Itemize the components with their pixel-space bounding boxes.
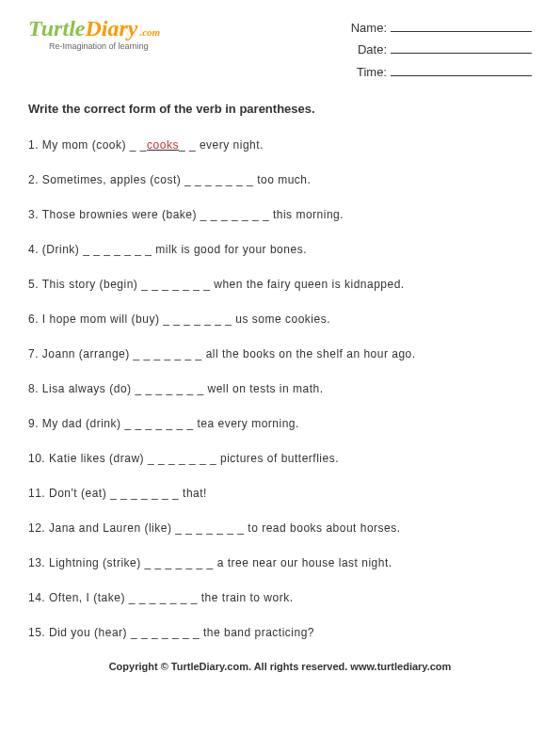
question-item: 5. This story (begin) _ _ _ _ _ _ _ when… [28,278,532,291]
answer-blank[interactable]: _ _ _ _ _ _ _ [175,521,244,535]
question-text-after: to read books about horses. [245,521,401,535]
info-fields: Name: Date: Time: [351,17,532,83]
question-item: 1. My mom (cook) _ _cooks_ _ every night… [28,138,532,152]
question-text-before: Don't (eat) [49,487,110,500]
question-text-after: the train to work. [198,591,294,604]
question-text-before: Lightning (strike) [49,556,145,569]
logo-dotcom: .com [139,26,160,38]
answer-blank[interactable]: _ _ _ _ _ _ _ [141,278,210,291]
question-number: 14. [28,591,49,604]
answer-blank[interactable]: _ _ _ _ _ _ _ [131,626,200,639]
question-number: 4. [28,243,42,256]
answer-blank[interactable]: _ _ _ _ _ _ _ [135,382,203,395]
question-number: 1. [28,138,42,152]
logo-diary: Diary [85,16,137,40]
time-label: Time: [357,65,387,79]
question-number: 10. [28,452,49,465]
answer-blank[interactable]: _ _ _ _ _ _ _ [145,556,214,569]
question-item: 6. I hope mom will (buy) _ _ _ _ _ _ _ u… [28,312,532,326]
time-blank[interactable] [391,75,532,76]
question-text-before: Joann (arrange) [42,347,134,360]
date-field: Date: [351,39,532,60]
question-number: 9. [28,417,42,430]
question-text-before: Sometimes, apples (cost) [42,173,184,186]
question-text-before: Often, I (take) [49,591,129,604]
question-number: 7. [28,347,42,360]
footer-copyright: Copyright © TurtleDiary.com. All rights … [28,661,532,672]
question-text-after: this morning. [269,208,344,221]
logo-tagline: Re-Imagination of learning [49,41,160,51]
question-text-before: Those brownies were (bake) [42,208,200,221]
question-item: 3. Those brownies were (bake) _ _ _ _ _ … [28,208,532,221]
question-item: 13. Lightning (strike) _ _ _ _ _ _ _ a t… [28,556,532,569]
question-item: 7. Joann (arrange) _ _ _ _ _ _ _ all the… [28,347,532,360]
answer-blank[interactable]: _ _ _ _ _ _ _ [200,208,269,221]
question-number: 5. [28,278,42,291]
question-number: 6. [28,312,42,326]
question-item: 4. (Drink) _ _ _ _ _ _ _ milk is good fo… [28,243,532,256]
date-label: Date: [358,42,387,56]
question-number: 8. [28,382,42,395]
answer-blank[interactable]: _ _ _ _ _ _ _ [129,591,198,604]
question-item: 8. Lisa always (do) _ _ _ _ _ _ _ well o… [28,382,532,395]
question-text-after: every night. [196,138,264,152]
name-blank[interactable] [391,31,532,32]
question-number: 15. [28,626,49,639]
question-text-before: (Drink) [42,243,83,256]
answer-blank[interactable]: _ _ _ _ _ _ _ [124,417,193,430]
logo-turtle: Turtle [28,16,85,40]
time-field: Time: [351,61,532,83]
answer-blank[interactable]: _ _ _ _ _ _ _ [83,243,152,256]
question-text-after: pictures of butterflies. [216,452,339,465]
question-text-before: Did you (hear) [49,626,131,639]
question-item: 14. Often, I (take) _ _ _ _ _ _ _ the tr… [28,591,532,604]
instructions: Write the correct form of the verb in pa… [28,102,532,116]
date-blank[interactable] [391,53,532,54]
question-item: 10. Katie likes (draw) _ _ _ _ _ _ _ pic… [28,452,532,465]
questions-list: 1. My mom (cook) _ _cooks_ _ every night… [28,138,532,639]
question-item: 11. Don't (eat) _ _ _ _ _ _ _ that! [28,487,532,500]
question-text-after: the band practicing? [200,626,314,639]
question-text-before: My mom (cook) [42,138,130,152]
question-text-before: Jana and Lauren (like) [49,521,175,535]
name-field: Name: [351,17,532,39]
question-text-before: My dad (drink) [42,417,125,430]
blank-suffix: _ _ [179,138,196,152]
question-text-before: I hope mom will (buy) [42,312,163,326]
name-label: Name: [351,21,387,35]
answer-blank[interactable]: _ _ _ _ _ _ _ [184,173,253,186]
answer-blank[interactable]: _ _ _ _ _ _ _ [134,347,202,360]
question-text-after: a tree near our house last night. [214,556,392,569]
question-text-after: us some cookies. [232,312,330,326]
question-text-before: Lisa always (do) [42,382,136,395]
blank-prefix: _ _ [130,138,147,152]
question-text-after: well on tests in math. [204,382,324,395]
question-item: 2. Sometimes, apples (cost) _ _ _ _ _ _ … [28,173,532,186]
question-text-after: too much. [253,173,311,186]
question-item: 9. My dad (drink) _ _ _ _ _ _ _ tea ever… [28,417,532,430]
question-text-before: This story (begin) [42,278,142,291]
logo: TurtleDiary.com [28,17,160,40]
example-answer: cooks [147,138,179,152]
question-number: 13. [28,556,49,569]
worksheet-header: TurtleDiary.com Re-Imagination of learni… [28,17,532,83]
question-item: 15. Did you (hear) _ _ _ _ _ _ _ the ban… [28,626,532,639]
question-text-after: milk is good for your bones. [152,243,307,256]
question-text-after: all the books on the shelf an hour ago. [202,347,416,360]
question-number: 3. [28,208,42,221]
question-number: 2. [28,173,42,186]
logo-area: TurtleDiary.com Re-Imagination of learni… [28,17,160,83]
answer-blank[interactable]: _ _ _ _ _ _ _ [110,487,179,500]
question-text-after: when the fairy queen is kidnapped. [210,278,404,291]
answer-blank[interactable]: _ _ _ _ _ _ _ [148,452,216,465]
answer-blank[interactable]: _ _ _ _ _ _ _ [163,312,232,326]
question-text-before: Katie likes (draw) [49,452,148,465]
question-number: 11. [28,487,49,500]
question-item: 12. Jana and Lauren (like) _ _ _ _ _ _ _… [28,521,532,535]
question-text-after: that! [179,487,207,500]
question-text-after: tea every morning. [194,417,299,430]
question-number: 12. [28,521,49,535]
